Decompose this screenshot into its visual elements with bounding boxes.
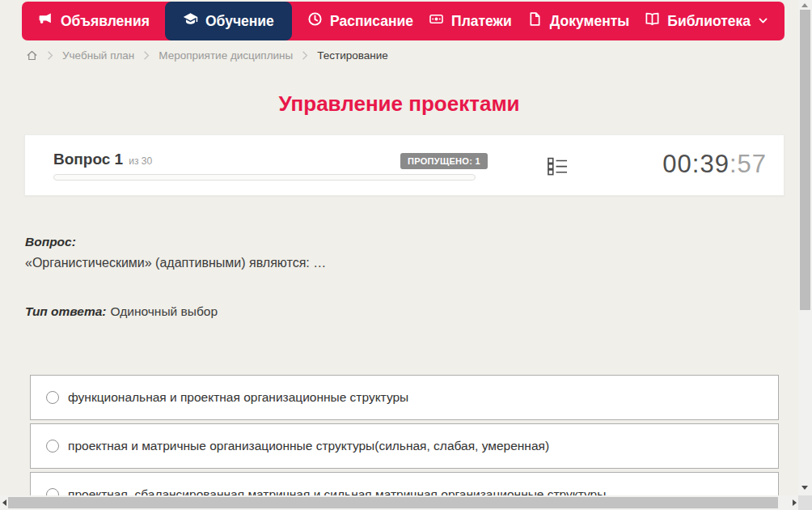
clock-icon	[307, 11, 323, 31]
chevron-right-icon	[143, 50, 150, 61]
chevron-right-icon	[47, 50, 53, 61]
vertical-scrollbar[interactable]	[798, 0, 812, 495]
answer-option-label: функциональная и проектная организационн…	[68, 390, 408, 405]
nav-item-label: Объявления	[61, 13, 150, 30]
answer-option-label: проектная, сбалансированная матричная и …	[68, 487, 606, 495]
question-total: из 30	[129, 155, 152, 167]
nav-item-learning[interactable]: Обучение	[165, 2, 292, 40]
breadcrumb-item-study-plan[interactable]: Учебный план	[62, 49, 134, 62]
question-label: Вопрос:	[25, 235, 76, 249]
chevron-down-icon	[758, 13, 768, 30]
question-counter: Вопрос 1 из 30	[53, 151, 152, 168]
progress-bar	[53, 174, 476, 181]
answer-type-value: Одиночный выбор	[111, 304, 218, 318]
answer-option-2[interactable]: проектная и матричные организационные ст…	[30, 423, 779, 469]
timer-seconds: :57	[730, 150, 767, 178]
answer-type-label: Тип ответа:	[25, 304, 107, 318]
scroll-down-arrow-icon[interactable]	[801, 486, 808, 490]
question-list-icon[interactable]	[548, 157, 568, 179]
vertical-scrollbar-thumb[interactable]	[800, 10, 810, 310]
answer-options: функциональная и проектная организационн…	[30, 375, 779, 495]
timer: 00:39:57	[662, 150, 767, 179]
answer-type-row: Тип ответа:Одиночный выбор	[25, 304, 218, 319]
scroll-up-arrow-icon[interactable]	[801, 3, 808, 7]
question-text: «Органистическими» (адаптивными) являютс…	[25, 256, 326, 270]
breadcrumb-item-testing: Тестирование	[317, 49, 388, 62]
radio-button[interactable]	[46, 488, 59, 495]
nav-item-library[interactable]: Библиотека	[645, 2, 768, 40]
breadcrumb: Учебный план Мероприятие дисциплины Тест…	[26, 49, 388, 62]
scroll-left-arrow-icon[interactable]	[2, 499, 6, 506]
nav-item-announcements[interactable]: Объявления	[38, 2, 150, 40]
nav-item-label: Расписание	[330, 13, 413, 30]
top-nav: Объявления Обучение Расписание Платежи Д…	[22, 2, 785, 40]
nav-item-schedule[interactable]: Расписание	[307, 2, 413, 40]
question-number: Вопрос 1	[53, 151, 123, 168]
breadcrumb-item-discipline-event[interactable]: Мероприятие дисциплины	[159, 49, 293, 62]
page-title: Управление проектами	[0, 91, 798, 117]
nav-item-label: Библиотека	[667, 13, 751, 30]
scrollbar-corner	[798, 495, 812, 510]
answer-option-3[interactable]: проектная, сбалансированная матричная и …	[30, 472, 779, 495]
radio-button[interactable]	[46, 440, 59, 453]
radio-button[interactable]	[46, 391, 59, 404]
nav-item-label: Платежи	[451, 13, 512, 30]
megaphone-icon	[38, 11, 53, 31]
nav-item-documents[interactable]: Документы	[527, 2, 629, 40]
answer-option-label: проектная и матричные организационные ст…	[68, 439, 549, 453]
skipped-badge: ПРОПУЩЕНО: 1	[400, 153, 488, 169]
book-icon	[645, 11, 660, 31]
main-viewport: Объявления Обучение Расписание Платежи Д…	[0, 0, 798, 495]
scroll-right-arrow-icon[interactable]	[793, 499, 797, 506]
nav-item-label: Обучение	[205, 13, 274, 30]
chevron-right-icon	[302, 50, 308, 61]
question-panel: Вопрос 1 из 30 ПРОПУЩЕНО: 1 00:39:57	[24, 134, 785, 196]
payment-icon	[429, 11, 444, 31]
graduation-cap-icon	[183, 11, 198, 31]
timer-hours-minutes: 00:39	[662, 150, 730, 178]
nav-item-label: Документы	[550, 13, 629, 30]
nav-item-payments[interactable]: Платежи	[429, 2, 512, 40]
answer-option-1[interactable]: функциональная и проектная организационн…	[30, 375, 779, 420]
horizontal-scrollbar[interactable]	[0, 495, 798, 510]
document-icon	[527, 11, 543, 31]
home-icon[interactable]	[26, 49, 38, 62]
horizontal-scrollbar-thumb[interactable]	[8, 497, 778, 508]
